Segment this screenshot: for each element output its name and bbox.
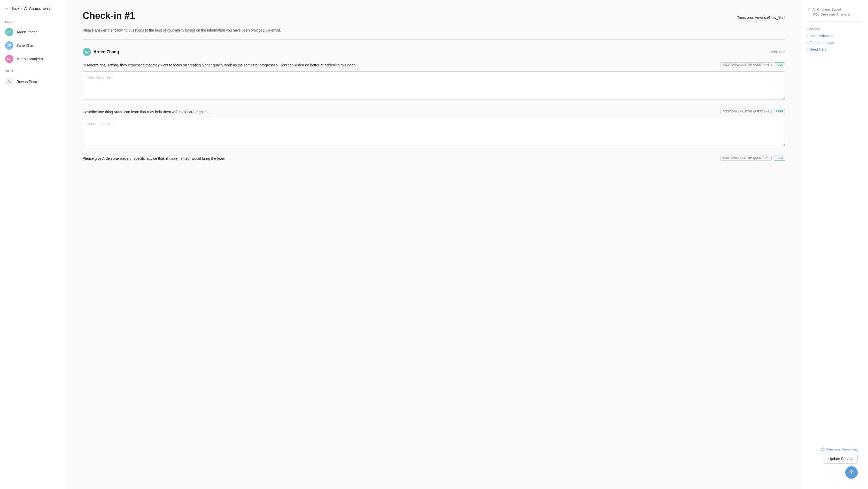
right-panel: ✓ All Changes Saved 0/16 Questions Answe… [801,0,868,489]
self-section-label: SELF [0,66,67,75]
back-button-label: Back to All Assessments [11,6,51,10]
saved-status-text: All Changes Saved [812,7,841,11]
avatar-az: AZ [5,28,13,36]
avatar-ml: ML [5,55,13,63]
questions-answered: 0/16 Questions Answered [807,12,862,16]
avatar-rowan [5,78,13,86]
update-survey-button[interactable]: Update Survey [823,454,858,464]
peer-section-label: PEER [0,16,67,25]
peer-section-header: AZ Arden Zhang Peer 1 / 3 [83,48,785,56]
svg-point-0 [8,80,10,82]
instructions-text: Please answer the following questions to… [83,27,785,33]
question-text-3: Please give Arden one piece of specific … [83,156,714,161]
need-help-link[interactable]: I Need Help [807,47,862,52]
tag-peer-2: PEER [774,109,785,114]
peer-name-rowan: Rowan Price [17,80,37,84]
tag-custom-1: ADDITIONAL CUSTOM QUESTIONS [720,62,772,67]
tag-custom-2: ADDITIONAL CUSTOM QUESTIONS [720,109,772,114]
question-tags-1: ADDITIONAL CUSTOM QUESTIONS PEER [720,62,785,67]
avatar-zk: ZK [5,41,13,50]
check-icon: ✓ [807,7,810,11]
question-text-1: In Arden's goal setting, they expressed … [83,62,714,68]
peer-name-arden: Arden Zhang [17,30,37,34]
help-fab-button[interactable]: ? [845,466,858,479]
saved-status: ✓ All Changes Saved [807,7,862,11]
tag-peer-1: PEER [774,62,785,67]
response-textarea-2[interactable] [83,118,785,146]
question-block-2: Describe one thing Arden can learn that … [83,109,785,147]
peer-avatar-arden: AZ [83,48,91,56]
title-row: Check-in #1 Timezone: America/New_York [83,10,785,23]
question-block-1: In Arden's goal setting, they expressed … [83,62,785,100]
main-content: Check-in #1 Timezone: America/New_York P… [67,0,801,489]
peer-name-marta: Marta Laranjeira [17,57,43,61]
back-button[interactable]: ← Back to All Assessments [0,0,67,16]
assessment-title: Check-in #1 [83,10,135,21]
question-row-2: Describe one thing Arden can learn that … [83,109,785,115]
question-row-3: Please give Arden one piece of specific … [83,156,785,161]
sidebar-item-rowan-price[interactable]: Rowan Price [0,75,67,88]
timezone-label: Timezone: America/New_York [737,16,785,20]
question-tags-2: ADDITIONAL CUSTOM QUESTIONS PEER [720,109,785,114]
tag-custom-3: ADDITIONAL CUSTOM QUESTIONS [720,156,772,160]
sidebar-item-marta-laranjeira[interactable]: ML Marta Laranjeira [0,52,67,66]
actions-label: Actions [807,27,862,31]
question-tags-3: ADDITIONAL CUSTOM QUESTIONS PEER [720,156,785,160]
sidebar-item-zane-khan[interactable]: ZK Zane Khan [0,39,67,52]
response-textarea-1[interactable] [83,71,785,100]
sidebar: ← Back to All Assessments PEER AZ Arden … [0,0,67,489]
found-issue-link[interactable]: I Found an Issue [807,40,862,45]
sidebar-item-arden-zhang[interactable]: AZ Arden Zhang [0,25,67,39]
peer-name-heading: Arden Zhang [94,50,119,54]
question-block-3: Please give Arden one piece of specific … [83,156,785,161]
email-professor-link[interactable]: Email Professor [807,34,862,38]
questions-remaining: 16 Questions Remaining [821,448,858,451]
peer-name-zane: Zane Khan [17,43,34,48]
back-arrow-icon: ← [5,6,9,11]
peer-section-name: AZ Arden Zhang [83,48,119,56]
question-text-2: Describe one thing Arden can learn that … [83,109,714,115]
tag-peer-3: PEER [774,156,785,160]
bottom-right-controls: 16 Questions Remaining Update Survey ? [821,448,858,479]
peer-progress: Peer 1 / 3 [770,50,785,54]
question-row-1: In Arden's goal setting, they expressed … [83,62,785,68]
